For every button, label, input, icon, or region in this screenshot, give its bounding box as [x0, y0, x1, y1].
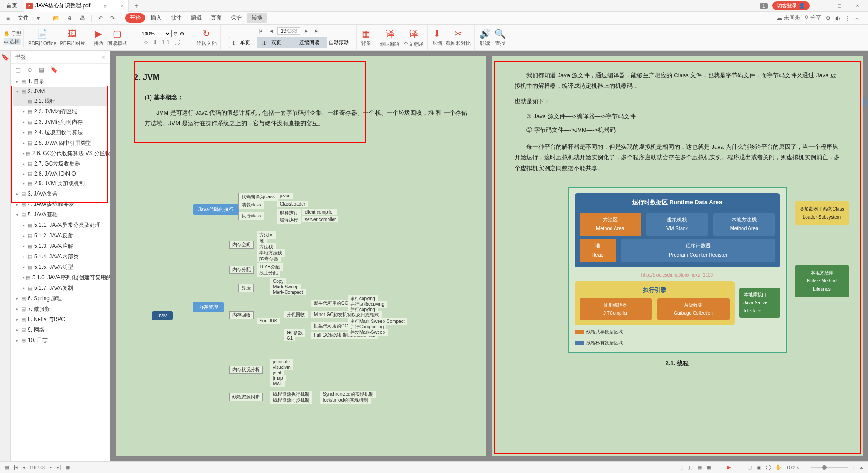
sb-page[interactable]: 19/283: [30, 465, 45, 470]
document-area[interactable]: ✎ 2. JVM (1) 基本概念： JVM 是可运行 Java 代码的假想计算…: [110, 51, 868, 461]
bookmark-item[interactable]: ▸▤5.1.6. JAVA序列化(创建可复用的Java对象): [13, 272, 108, 283]
bookmark-item[interactable]: ▾▤5. JAVA基础: [13, 210, 108, 220]
skin-icon[interactable]: ◐: [835, 15, 840, 21]
undo-icon[interactable]: ↶: [96, 15, 106, 21]
tab-document[interactable]: P JAVA核心知识整理.pdf ⎘ ×: [24, 0, 129, 12]
sb-fit-icon[interactable]: ⊡: [859, 464, 863, 470]
background-button[interactable]: ▦背景: [361, 28, 371, 47]
sb-mode1-icon[interactable]: ▢: [747, 464, 752, 470]
sb-hand-icon[interactable]: ✋: [775, 464, 782, 470]
bookmark-item[interactable]: ▸▤9. 网络: [13, 325, 108, 335]
sync-status[interactable]: ☁ 未同步: [777, 14, 800, 22]
sb-zoom[interactable]: 100%: [786, 465, 799, 470]
sb-first-icon[interactable]: |◂: [14, 464, 18, 470]
fit-width-icon[interactable]: ⬄: [144, 39, 148, 45]
tab-add-button[interactable]: +: [129, 2, 144, 10]
bookmark-item[interactable]: ▸▤2.7. GC垃圾收集器: [13, 159, 108, 169]
bookmark-item[interactable]: ▤2.1. 线程: [13, 96, 108, 106]
crop-button[interactable]: ✂截图和对比: [446, 28, 471, 47]
last-page-icon[interactable]: ▸|: [312, 27, 322, 35]
bookmark-item[interactable]: ▸▤2.8. JAVA IO/NIO: [13, 169, 108, 178]
auto-scroll[interactable]: 自动滚动: [329, 39, 349, 46]
sb-prev-icon[interactable]: ◂: [22, 464, 25, 470]
select-tool[interactable]: ▭选择: [4, 38, 21, 45]
menu-annot[interactable]: 批注: [167, 14, 185, 22]
bookmark-close-icon[interactable]: ×: [102, 54, 105, 60]
bookmark-item[interactable]: ▸▤5.1.3. JAVA注解: [13, 241, 108, 252]
bm-tool-3[interactable]: ▤: [39, 66, 44, 73]
sb-view3-icon[interactable]: ▤: [697, 464, 702, 470]
menu-file[interactable]: 文件: [14, 14, 32, 22]
sb-mode2-icon[interactable]: ▣: [757, 464, 761, 470]
redo-icon[interactable]: ↷: [107, 15, 117, 21]
tab-close-icon[interactable]: ×: [121, 3, 124, 9]
bookmark-item[interactable]: ▸▤2.2. JVM内存区域: [13, 106, 108, 117]
zoom-select[interactable]: 100%: [140, 30, 172, 37]
login-button[interactable]: 访客登录👤: [772, 1, 810, 10]
sb-view1-icon[interactable]: ▯: [680, 464, 683, 470]
sb-zoom-out-icon[interactable]: −: [803, 465, 806, 470]
find-button[interactable]: 🔍查找: [495, 28, 506, 47]
save-icon[interactable]: 🖨: [64, 15, 75, 21]
continuous-button[interactable]: ≡ 连续阅读: [288, 37, 327, 48]
menu-start[interactable]: 开始: [125, 13, 145, 23]
bookmark-tab-icon[interactable]: 🔖: [1, 54, 9, 61]
hand-tool[interactable]: ✋手型: [4, 30, 21, 37]
bookmark-item[interactable]: ▸▤2.4. 垃圾回收与算法: [13, 127, 108, 138]
read-mode[interactable]: ▢阅读模式: [107, 28, 127, 47]
zoom-slider[interactable]: [811, 467, 848, 468]
menu-insert[interactable]: 插入: [147, 14, 165, 22]
bookmark-tree[interactable]: ▸▤1. 目录▾▤2. JVM▤2.1. 线程▸▤2.2. JVM内存区域▸▤2…: [11, 75, 110, 461]
bookmark-item[interactable]: ▸▤10. 日志: [13, 335, 108, 346]
sb-last-icon[interactable]: ▸|: [57, 464, 61, 470]
zoom-in-icon[interactable]: ⊕: [180, 30, 184, 37]
bookmark-item[interactable]: ▸▤4. JAVA多线程并发: [13, 199, 108, 210]
close-button[interactable]: ×: [851, 2, 864, 9]
pdf-to-office[interactable]: 📄PDF转Office: [28, 28, 56, 47]
sb-layout-icon[interactable]: ▤: [5, 464, 9, 470]
menu-icon[interactable]: ≡: [4, 15, 12, 21]
sb-grid-icon[interactable]: ▦: [65, 464, 70, 470]
print-icon[interactable]: 🖶: [77, 15, 88, 21]
pdf-to-image[interactable]: 🖼PDF转图片: [60, 29, 85, 47]
tab-home[interactable]: 首页: [0, 2, 24, 10]
bookmark-item[interactable]: ▸▤5.1.2. JAVA反射: [13, 231, 108, 241]
next-page-icon[interactable]: ▸: [302, 27, 310, 35]
chevron-down-icon[interactable]: ▾: [34, 15, 42, 21]
menu-page[interactable]: 页面: [207, 14, 225, 22]
bookmark-item[interactable]: ▸▤2.5. JAVA 四中引用类型: [13, 138, 108, 148]
bookmark-item[interactable]: ▸▤2.3. JVM运行时内存: [13, 117, 108, 127]
page-input[interactable]: 19/283: [277, 27, 300, 35]
double-page-button[interactable]: ▯▯ 双页: [257, 37, 288, 48]
bookmark-item[interactable]: ▸▤5.1.4. JAVA内部类: [13, 252, 108, 262]
zoom-out-icon[interactable]: ⊖: [173, 30, 178, 37]
menu-edit[interactable]: 编辑: [187, 14, 205, 22]
first-page-icon[interactable]: |◂: [256, 27, 265, 35]
sb-zoom-in-icon[interactable]: +: [852, 465, 855, 470]
collapse-icon[interactable]: ︿: [854, 14, 860, 22]
sb-play-icon[interactable]: ▶: [727, 464, 731, 470]
single-page-button[interactable]: ▯ 单页: [229, 37, 257, 48]
minimize-button[interactable]: —: [814, 2, 828, 9]
menu-convert[interactable]: 转换: [247, 13, 267, 23]
more-icon[interactable]: ⋮: [844, 15, 850, 21]
prev-page-icon[interactable]: ◂: [267, 27, 275, 35]
read-aloud[interactable]: 🔊朗读: [479, 28, 491, 47]
sb-view2-icon[interactable]: ▯▯: [687, 464, 693, 470]
bookmark-item[interactable]: ▸▤3. JAVA集合: [13, 189, 108, 199]
play-button[interactable]: ▶播放: [94, 28, 104, 47]
bookmark-item[interactable]: ▸▤6. Spring 原理: [13, 293, 108, 304]
bookmark-item[interactable]: ▾▤2. JVM: [13, 87, 108, 96]
bookmark-item[interactable]: ▸▤5.1.5. JAVA泛型: [13, 262, 108, 272]
bookmark-item[interactable]: ▸▤2.6. GC分代收集算法 VS 分区收集算法: [13, 148, 108, 159]
bm-tool-2[interactable]: ⊕: [27, 66, 32, 73]
bookmark-item[interactable]: ▸▤5.1.1. JAVA异常分类及处理: [13, 220, 108, 231]
bookmark-item[interactable]: ▸▤8. Netty 与RPC: [13, 314, 108, 325]
translate-selection[interactable]: 译划词翻译: [380, 28, 400, 48]
fullscreen-icon[interactable]: ⛶: [174, 39, 180, 45]
bm-tool-4[interactable]: 🔖: [50, 66, 58, 73]
bookmark-item[interactable]: ▸▤7. 微服务: [13, 304, 108, 314]
rotate-button[interactable]: ↻旋转文档: [197, 28, 217, 47]
sb-mode3-icon[interactable]: ⛶: [766, 465, 771, 470]
notification-badge[interactable]: 1: [760, 3, 768, 9]
